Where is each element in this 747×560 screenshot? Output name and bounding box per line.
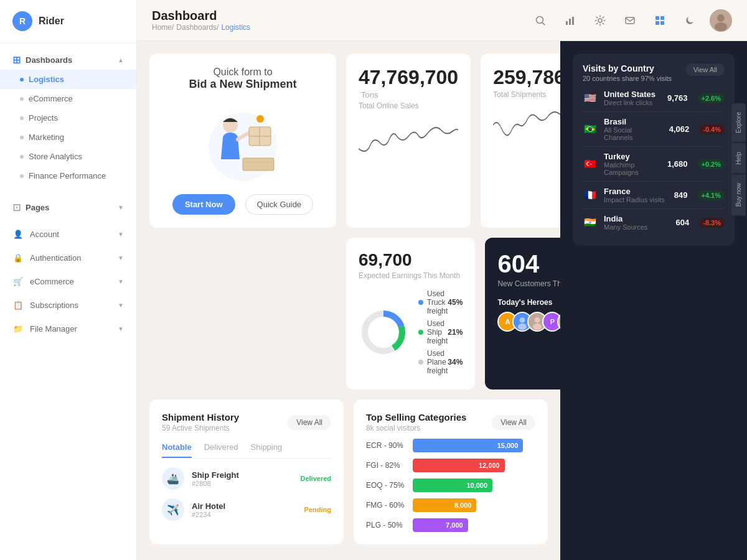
quick-guide-button[interactable]: Quick Guide xyxy=(245,194,314,215)
sidebar-item-ecommerce-nav[interactable]: 🛒 eCommerce ▼ xyxy=(0,269,136,293)
sidebar-item-marketing[interactable]: Marketing xyxy=(0,128,136,147)
svg-rect-2 xyxy=(566,21,568,25)
dark-mode-icon[interactable] xyxy=(680,11,700,30)
cat-bar-bg-1: 12,000 xyxy=(413,459,535,472)
sidebar-item-authentication[interactable]: 🔒 Authentication ▼ xyxy=(0,246,136,269)
svg-point-15 xyxy=(256,115,264,123)
flag-0: 🇺🇸 xyxy=(583,93,598,104)
right-panel: Visits by Country 20 countries share 97%… xyxy=(560,41,747,560)
country-info-0: United States Direct link clicks xyxy=(604,90,661,106)
country-visits-2: 1,680 xyxy=(667,159,688,169)
visits-view-all-button[interactable]: View All xyxy=(686,63,725,76)
cat-bar-bg-0: 15,000 xyxy=(413,439,535,452)
legend-truck: Used Truck freight 45% xyxy=(418,287,463,317)
cat-label-0: ECR - 90% xyxy=(366,441,406,450)
earnings-value: 69,700 xyxy=(359,250,463,270)
country-item-0: 🇺🇸 United States Direct link clicks 9,76… xyxy=(583,85,725,112)
breadcrumb-dashboards: Dashboards/ xyxy=(176,23,218,32)
chart-icon[interactable] xyxy=(560,11,580,30)
donut-section: Used Truck freight 45% Used Ship freight… xyxy=(359,287,463,377)
sidebar-item-projects[interactable]: Projects xyxy=(0,108,136,128)
sidebar-item-store-analytics[interactable]: Store Analytics xyxy=(0,147,136,166)
countries-container: 🇺🇸 United States Direct link clicks 9,76… xyxy=(583,85,725,236)
customers-card: 604 New Customers This Month Today's Her… xyxy=(485,238,560,390)
auth-chevron: ▼ xyxy=(118,254,124,261)
svg-point-28 xyxy=(518,324,527,330)
country-item-1: 🇧🇷 Brasil All Social Channels 4,062 -0.4… xyxy=(583,112,725,147)
sidebar-item-finance-performance[interactable]: Finance Performance xyxy=(0,166,136,185)
svg-rect-3 xyxy=(569,19,571,25)
country-name-1: Brasil xyxy=(604,117,663,126)
shipment-row-1: 🚢 Ship Freight #2808 Delivered xyxy=(162,467,331,490)
history-header: Shipment History 59 Active Shipments Vie… xyxy=(162,412,331,432)
visits-title-group: Visits by Country 20 countries share 97%… xyxy=(583,63,672,82)
sidebar-item-account[interactable]: 👤 Account ▼ xyxy=(0,222,136,246)
visits-title: Visits by Country xyxy=(583,63,672,73)
cat-bar-bg-4: 7,000 xyxy=(413,518,535,532)
cat-label-3: FMG - 60% xyxy=(366,501,406,510)
shipments-label: Total Shipments xyxy=(493,90,560,99)
dashboards-group-header[interactable]: ⊞ Dashboards ▲ xyxy=(0,48,136,70)
sidebar: R Rider ⊞ Dashboards ▲ Logistics eCommer… xyxy=(0,0,137,560)
earnings-label: Expected Earnings This Month xyxy=(359,271,463,280)
country-name-2: Turkey xyxy=(604,152,661,161)
user-avatar[interactable] xyxy=(710,9,732,32)
filemanager-chevron: ▼ xyxy=(118,325,124,332)
start-now-button[interactable]: Start Now xyxy=(172,194,235,215)
country-name-0: United States xyxy=(604,90,661,99)
country-badge-1: -0.4% xyxy=(699,124,725,134)
shipments-chart xyxy=(493,106,560,215)
history-subtitle: 59 Active Shipments xyxy=(162,424,239,432)
cards-row-1: Quick form to Bid a New Shipment xyxy=(149,54,548,228)
settings-icon[interactable] xyxy=(590,11,610,30)
country-badge-2: +0.2% xyxy=(698,159,725,169)
selling-subtitle: 8k social visitors xyxy=(366,424,466,432)
explore-tab[interactable]: Explore xyxy=(731,103,747,142)
cat-bar-fill-3: 8,000 xyxy=(413,498,476,512)
cat-bar-fill-1: 12,000 xyxy=(413,459,505,472)
pages-group-header[interactable]: ⊡ Pages ▼ xyxy=(0,195,136,217)
sidebar-item-logistics[interactable]: Logistics xyxy=(0,70,136,89)
ecommerce-icon: 🛒 xyxy=(12,276,24,287)
grid-icon[interactable] xyxy=(650,11,670,30)
pages-label: ⊡ Pages xyxy=(12,202,49,213)
messages-icon[interactable] xyxy=(620,11,640,30)
category-row-3: FMG - 60% 8,000 xyxy=(366,498,535,512)
history-view-all-button[interactable]: View All xyxy=(288,415,331,430)
cat-label-2: EOQ - 75% xyxy=(366,481,406,490)
svg-point-0 xyxy=(537,16,543,23)
sidebar-item-ecommerce[interactable]: eCommerce xyxy=(0,89,136,108)
selling-title: Top Selling Categories xyxy=(366,412,466,422)
topbar-left: Dashboard Home/ Dashboards/ Logistics xyxy=(152,9,250,32)
total-sales-card: 47,769,700 Tons Total Online Sales xyxy=(346,54,471,228)
sales-label: Total Online Sales xyxy=(359,101,458,110)
legend-dot-plane xyxy=(418,360,423,365)
cat-bar-fill-4: 7,000 xyxy=(413,518,468,532)
help-tab[interactable]: Help xyxy=(731,143,747,174)
svg-rect-10 xyxy=(660,21,664,25)
country-info-2: Turkey Mailchimp Campaigns xyxy=(604,152,661,176)
tab-delivered[interactable]: Delivered xyxy=(204,442,238,458)
sidebar-item-subscriptions[interactable]: 📋 Subscriptions ▼ xyxy=(0,293,136,317)
pages-chevron: ▼ xyxy=(118,204,124,211)
shipments-value-row: 259,786 xyxy=(493,66,560,89)
selling-header: Top Selling Categories 8k social visitor… xyxy=(366,412,535,432)
svg-point-30 xyxy=(535,317,540,323)
auth-icon: 🔒 xyxy=(12,252,24,263)
shipments-value: 259,786 xyxy=(493,66,560,88)
account-icon: 👤 xyxy=(12,228,24,240)
main-content: Dashboard Home/ Dashboards/ Logistics xyxy=(137,0,747,560)
buy-now-tab[interactable]: Buy now xyxy=(731,174,747,215)
tab-shipping[interactable]: Shipping xyxy=(251,442,283,458)
subscriptions-chevron: ▼ xyxy=(118,302,124,309)
svg-rect-6 xyxy=(626,17,634,24)
sidebar-item-filemanager[interactable]: 📁 File Manager ▼ xyxy=(0,317,136,340)
filemanager-icon: 📁 xyxy=(12,323,24,334)
selling-title-group: Top Selling Categories 8k social visitor… xyxy=(366,412,466,432)
search-icon[interactable] xyxy=(530,11,550,30)
country-info-1: Brasil All Social Channels xyxy=(604,117,663,141)
selling-view-all-button[interactable]: View All xyxy=(492,415,535,430)
tab-notable[interactable]: Notable xyxy=(162,442,192,458)
history-title: Shipment History xyxy=(162,412,239,422)
cards-row-2: 69,700 Expected Earnings This Month xyxy=(149,238,548,390)
